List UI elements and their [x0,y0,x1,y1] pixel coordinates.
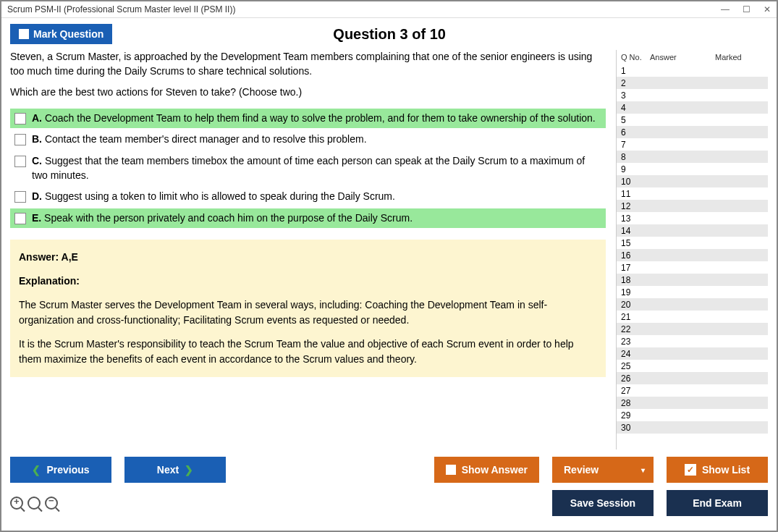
question-counter: Question 3 of 10 [112,26,667,43]
maximize-icon[interactable]: ☐ [743,4,750,14]
question-row-30[interactable]: 30 [617,421,768,434]
question-row-29[interactable]: 29 [617,409,768,421]
options-list: A. Coach the Development Team to help th… [10,109,606,229]
question-row-10[interactable]: 10 [617,175,768,187]
explanation-label: Explanation: [19,275,80,287]
check-icon: ✓ [685,464,696,476]
question-row-16[interactable]: 16 [617,249,768,261]
question-row-12[interactable]: 12 [617,200,768,212]
question-row-24[interactable]: 24 [617,347,768,360]
show-answer-button[interactable]: Show Answer [434,457,539,483]
chevron-left-icon: ❮ [32,464,41,476]
question-para1: Steven, a Scrum Master, is approached by… [10,50,606,78]
question-text: Steven, a Scrum Master, is approached by… [10,50,606,100]
question-row-13[interactable]: 13 [617,212,768,224]
question-row-19[interactable]: 19 [617,286,768,298]
window-title: Scrum PSM-II (Professional Scrum Master … [7,4,235,14]
zoom-reset-icon[interactable] [28,497,41,510]
question-list-header: Q No. Answer Marked [617,50,768,64]
explanation-p2: It is the Scrum Master's responsibility … [19,337,597,367]
col-marked-header: Marked [715,53,764,62]
question-row-15[interactable]: 15 [617,237,768,249]
previous-label: Previous [46,464,89,476]
question-row-3[interactable]: 3 [617,89,768,101]
chevron-right-icon: ❯ [185,464,193,476]
show-answer-label: Show Answer [462,464,528,476]
nav-button-row: ❮ Previous Next ❯ Show Answer Review ▾ ✓… [10,457,768,483]
explanation-p1: The Scrum Master serves the Development … [19,297,597,328]
app-window: Scrum PSM-II (Professional Scrum Master … [0,0,778,532]
question-row-21[interactable]: 21 [617,311,768,323]
square-icon [19,29,29,39]
question-row-22[interactable]: 22 [617,323,768,335]
question-row-2[interactable]: 2 [617,77,768,89]
mark-question-button[interactable]: Mark Question [10,24,112,44]
question-row-23[interactable]: 23 [617,335,768,347]
mark-question-label: Mark Question [33,28,103,40]
option-E[interactable]: E. Speak with the person privately and c… [10,208,606,229]
previous-button[interactable]: ❮ Previous [10,457,111,483]
square-icon [446,465,456,475]
checkbox-icon[interactable] [14,134,26,145]
col-answer-header: Answer [650,53,715,62]
option-text: D. Suggest using a token to limit who is… [32,190,601,204]
checkbox-icon[interactable] [14,156,26,167]
end-exam-label: End Exam [693,497,742,509]
question-row-7[interactable]: 7 [617,138,768,151]
question-list-panel: Q No. Answer Marked 12345678910111213141… [616,50,768,449]
question-row-18[interactable]: 18 [617,274,768,286]
question-row-6[interactable]: 6 [617,126,768,138]
option-text: B. Contact the team member's direct mana… [32,132,601,147]
bottom-bar: ❮ Previous Next ❯ Show Answer Review ▾ ✓… [1,449,777,531]
option-C[interactable]: C. Suggest that the team members timebox… [10,151,606,185]
question-row-5[interactable]: 5 [617,114,768,126]
minimize-icon[interactable]: — [721,4,730,14]
header-row: Mark Question Question 3 of 10 [1,18,777,50]
option-text: E. Speak with the person privately and c… [32,211,601,226]
option-B[interactable]: B. Contact the team member's direct mana… [10,130,606,150]
zoom-controls [10,497,58,510]
next-label: Next [157,464,179,476]
end-exam-button[interactable]: End Exam [667,490,768,516]
question-row-14[interactable]: 14 [617,224,768,237]
option-text: C. Suggest that the team members timebox… [32,154,601,182]
show-list-button[interactable]: ✓ Show List [667,457,768,483]
session-button-row: Save Session End Exam [10,490,768,516]
col-qno-header: Q No. [621,53,650,62]
close-icon[interactable]: ✕ [764,4,771,14]
titlebar: Scrum PSM-II (Professional Scrum Master … [1,1,777,18]
zoom-in-icon[interactable] [10,497,23,510]
checkbox-icon[interactable] [14,213,26,224]
main-row: Steven, a Scrum Master, is approached by… [1,50,777,449]
question-row-26[interactable]: 26 [617,372,768,384]
answer-label: Answer: A,E [19,251,78,263]
question-para2: Which are the best two actions for Steve… [10,85,606,100]
question-row-9[interactable]: 9 [617,163,768,175]
question-list[interactable]: 1234567891011121314151617181920212223242… [617,64,768,449]
question-row-8[interactable]: 8 [617,151,768,163]
review-label: Review [564,464,599,476]
zoom-out-icon[interactable] [45,497,58,510]
question-row-20[interactable]: 20 [617,298,768,311]
save-session-button[interactable]: Save Session [552,490,654,516]
question-row-1[interactable]: 1 [617,64,768,77]
question-row-25[interactable]: 25 [617,360,768,372]
checkbox-icon[interactable] [14,113,26,124]
answer-explanation: Answer: A,E Explanation: The Scrum Maste… [10,240,606,377]
question-pane: Steven, a Scrum Master, is approached by… [10,50,609,449]
option-D[interactable]: D. Suggest using a token to limit who is… [10,187,606,207]
review-button[interactable]: Review ▾ [552,457,654,483]
option-A[interactable]: A. Coach the Development Team to help th… [10,109,606,129]
chevron-down-icon: ▾ [641,466,645,474]
option-text: A. Coach the Development Team to help th… [32,111,601,126]
question-row-28[interactable]: 28 [617,397,768,409]
save-session-label: Save Session [570,497,635,509]
show-list-label: Show List [702,464,750,476]
question-row-17[interactable]: 17 [617,261,768,274]
question-row-27[interactable]: 27 [617,384,768,397]
checkbox-icon[interactable] [14,191,26,203]
question-row-11[interactable]: 11 [617,187,768,200]
question-row-4[interactable]: 4 [617,101,768,114]
next-button[interactable]: Next ❯ [124,457,226,483]
window-controls: — ☐ ✕ [721,4,771,14]
